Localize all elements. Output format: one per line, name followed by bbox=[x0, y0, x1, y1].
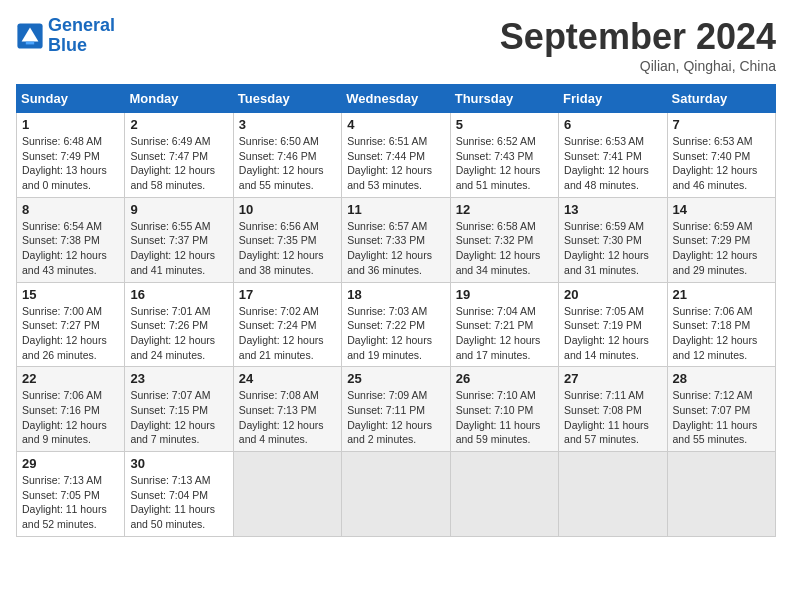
calendar-cell bbox=[233, 452, 341, 537]
day-number: 18 bbox=[347, 287, 444, 302]
calendar-cell: 23 Sunrise: 7:07 AM Sunset: 7:15 PM Dayl… bbox=[125, 367, 233, 452]
day-detail: Sunrise: 7:06 AM Sunset: 7:18 PM Dayligh… bbox=[673, 304, 770, 363]
calendar-cell: 2 Sunrise: 6:49 AM Sunset: 7:47 PM Dayli… bbox=[125, 113, 233, 198]
day-detail: Sunrise: 7:09 AM Sunset: 7:11 PM Dayligh… bbox=[347, 388, 444, 447]
day-detail: Sunrise: 6:51 AM Sunset: 7:44 PM Dayligh… bbox=[347, 134, 444, 193]
day-detail: Sunrise: 7:08 AM Sunset: 7:13 PM Dayligh… bbox=[239, 388, 336, 447]
calendar-cell: 3 Sunrise: 6:50 AM Sunset: 7:46 PM Dayli… bbox=[233, 113, 341, 198]
day-detail: Sunrise: 6:56 AM Sunset: 7:35 PM Dayligh… bbox=[239, 219, 336, 278]
calendar-cell: 17 Sunrise: 7:02 AM Sunset: 7:24 PM Dayl… bbox=[233, 282, 341, 367]
day-detail: Sunrise: 7:13 AM Sunset: 7:04 PM Dayligh… bbox=[130, 473, 227, 532]
day-number: 28 bbox=[673, 371, 770, 386]
calendar-cell: 4 Sunrise: 6:51 AM Sunset: 7:44 PM Dayli… bbox=[342, 113, 450, 198]
calendar-cell: 30 Sunrise: 7:13 AM Sunset: 7:04 PM Dayl… bbox=[125, 452, 233, 537]
day-number: 19 bbox=[456, 287, 553, 302]
logo-general: General bbox=[48, 15, 115, 35]
location: Qilian, Qinghai, China bbox=[500, 58, 776, 74]
day-number: 21 bbox=[673, 287, 770, 302]
day-number: 17 bbox=[239, 287, 336, 302]
day-number: 7 bbox=[673, 117, 770, 132]
calendar-cell: 19 Sunrise: 7:04 AM Sunset: 7:21 PM Dayl… bbox=[450, 282, 558, 367]
calendar-cell: 11 Sunrise: 6:57 AM Sunset: 7:33 PM Dayl… bbox=[342, 197, 450, 282]
header-thursday: Thursday bbox=[450, 85, 558, 113]
calendar-cell: 13 Sunrise: 6:59 AM Sunset: 7:30 PM Dayl… bbox=[559, 197, 667, 282]
calendar-cell: 1 Sunrise: 6:48 AM Sunset: 7:49 PM Dayli… bbox=[17, 113, 125, 198]
calendar-cell: 25 Sunrise: 7:09 AM Sunset: 7:11 PM Dayl… bbox=[342, 367, 450, 452]
day-number: 1 bbox=[22, 117, 119, 132]
calendar-cell: 15 Sunrise: 7:00 AM Sunset: 7:27 PM Dayl… bbox=[17, 282, 125, 367]
calendar-week-5: 29 Sunrise: 7:13 AM Sunset: 7:05 PM Dayl… bbox=[17, 452, 776, 537]
day-number: 25 bbox=[347, 371, 444, 386]
day-detail: Sunrise: 6:59 AM Sunset: 7:29 PM Dayligh… bbox=[673, 219, 770, 278]
day-number: 22 bbox=[22, 371, 119, 386]
day-number: 11 bbox=[347, 202, 444, 217]
header-sunday: Sunday bbox=[17, 85, 125, 113]
calendar-week-2: 8 Sunrise: 6:54 AM Sunset: 7:38 PM Dayli… bbox=[17, 197, 776, 282]
calendar-week-1: 1 Sunrise: 6:48 AM Sunset: 7:49 PM Dayli… bbox=[17, 113, 776, 198]
calendar-cell: 10 Sunrise: 6:56 AM Sunset: 7:35 PM Dayl… bbox=[233, 197, 341, 282]
day-number: 14 bbox=[673, 202, 770, 217]
day-number: 15 bbox=[22, 287, 119, 302]
day-detail: Sunrise: 7:00 AM Sunset: 7:27 PM Dayligh… bbox=[22, 304, 119, 363]
day-detail: Sunrise: 7:04 AM Sunset: 7:21 PM Dayligh… bbox=[456, 304, 553, 363]
calendar-cell: 5 Sunrise: 6:52 AM Sunset: 7:43 PM Dayli… bbox=[450, 113, 558, 198]
day-detail: Sunrise: 6:49 AM Sunset: 7:47 PM Dayligh… bbox=[130, 134, 227, 193]
day-number: 16 bbox=[130, 287, 227, 302]
calendar-cell: 16 Sunrise: 7:01 AM Sunset: 7:26 PM Dayl… bbox=[125, 282, 233, 367]
calendar-body: 1 Sunrise: 6:48 AM Sunset: 7:49 PM Dayli… bbox=[17, 113, 776, 537]
day-number: 9 bbox=[130, 202, 227, 217]
day-detail: Sunrise: 6:59 AM Sunset: 7:30 PM Dayligh… bbox=[564, 219, 661, 278]
calendar-cell: 20 Sunrise: 7:05 AM Sunset: 7:19 PM Dayl… bbox=[559, 282, 667, 367]
calendar-header: SundayMondayTuesdayWednesdayThursdayFrid… bbox=[17, 85, 776, 113]
calendar-cell: 22 Sunrise: 7:06 AM Sunset: 7:16 PM Dayl… bbox=[17, 367, 125, 452]
header-row: SundayMondayTuesdayWednesdayThursdayFrid… bbox=[17, 85, 776, 113]
day-number: 27 bbox=[564, 371, 661, 386]
calendar-cell: 24 Sunrise: 7:08 AM Sunset: 7:13 PM Dayl… bbox=[233, 367, 341, 452]
day-detail: Sunrise: 6:53 AM Sunset: 7:40 PM Dayligh… bbox=[673, 134, 770, 193]
logo-icon bbox=[16, 22, 44, 50]
day-number: 8 bbox=[22, 202, 119, 217]
day-detail: Sunrise: 6:54 AM Sunset: 7:38 PM Dayligh… bbox=[22, 219, 119, 278]
day-detail: Sunrise: 7:12 AM Sunset: 7:07 PM Dayligh… bbox=[673, 388, 770, 447]
header-friday: Friday bbox=[559, 85, 667, 113]
day-detail: Sunrise: 6:57 AM Sunset: 7:33 PM Dayligh… bbox=[347, 219, 444, 278]
calendar-cell: 9 Sunrise: 6:55 AM Sunset: 7:37 PM Dayli… bbox=[125, 197, 233, 282]
header-wednesday: Wednesday bbox=[342, 85, 450, 113]
day-detail: Sunrise: 6:48 AM Sunset: 7:49 PM Dayligh… bbox=[22, 134, 119, 193]
calendar-cell: 8 Sunrise: 6:54 AM Sunset: 7:38 PM Dayli… bbox=[17, 197, 125, 282]
day-number: 3 bbox=[239, 117, 336, 132]
day-detail: Sunrise: 6:58 AM Sunset: 7:32 PM Dayligh… bbox=[456, 219, 553, 278]
calendar-table: SundayMondayTuesdayWednesdayThursdayFrid… bbox=[16, 84, 776, 537]
day-detail: Sunrise: 7:02 AM Sunset: 7:24 PM Dayligh… bbox=[239, 304, 336, 363]
day-detail: Sunrise: 6:52 AM Sunset: 7:43 PM Dayligh… bbox=[456, 134, 553, 193]
day-detail: Sunrise: 7:07 AM Sunset: 7:15 PM Dayligh… bbox=[130, 388, 227, 447]
calendar-cell bbox=[559, 452, 667, 537]
day-number: 10 bbox=[239, 202, 336, 217]
day-number: 24 bbox=[239, 371, 336, 386]
day-detail: Sunrise: 7:06 AM Sunset: 7:16 PM Dayligh… bbox=[22, 388, 119, 447]
header-saturday: Saturday bbox=[667, 85, 775, 113]
title-area: September 2024 Qilian, Qinghai, China bbox=[500, 16, 776, 74]
page-header: General Blue September 2024 Qilian, Qing… bbox=[16, 16, 776, 74]
calendar-cell: 18 Sunrise: 7:03 AM Sunset: 7:22 PM Dayl… bbox=[342, 282, 450, 367]
day-detail: Sunrise: 6:50 AM Sunset: 7:46 PM Dayligh… bbox=[239, 134, 336, 193]
day-number: 20 bbox=[564, 287, 661, 302]
calendar-cell: 14 Sunrise: 6:59 AM Sunset: 7:29 PM Dayl… bbox=[667, 197, 775, 282]
logo-text: General Blue bbox=[48, 16, 115, 56]
day-number: 2 bbox=[130, 117, 227, 132]
calendar-cell: 21 Sunrise: 7:06 AM Sunset: 7:18 PM Dayl… bbox=[667, 282, 775, 367]
day-number: 4 bbox=[347, 117, 444, 132]
calendar-cell bbox=[667, 452, 775, 537]
calendar-week-3: 15 Sunrise: 7:00 AM Sunset: 7:27 PM Dayl… bbox=[17, 282, 776, 367]
day-number: 29 bbox=[22, 456, 119, 471]
day-detail: Sunrise: 7:05 AM Sunset: 7:19 PM Dayligh… bbox=[564, 304, 661, 363]
day-number: 23 bbox=[130, 371, 227, 386]
day-detail: Sunrise: 7:01 AM Sunset: 7:26 PM Dayligh… bbox=[130, 304, 227, 363]
day-detail: Sunrise: 7:10 AM Sunset: 7:10 PM Dayligh… bbox=[456, 388, 553, 447]
calendar-cell: 26 Sunrise: 7:10 AM Sunset: 7:10 PM Dayl… bbox=[450, 367, 558, 452]
calendar-cell bbox=[342, 452, 450, 537]
calendar-cell: 27 Sunrise: 7:11 AM Sunset: 7:08 PM Dayl… bbox=[559, 367, 667, 452]
day-detail: Sunrise: 7:11 AM Sunset: 7:08 PM Dayligh… bbox=[564, 388, 661, 447]
calendar-cell: 28 Sunrise: 7:12 AM Sunset: 7:07 PM Dayl… bbox=[667, 367, 775, 452]
day-detail: Sunrise: 6:53 AM Sunset: 7:41 PM Dayligh… bbox=[564, 134, 661, 193]
